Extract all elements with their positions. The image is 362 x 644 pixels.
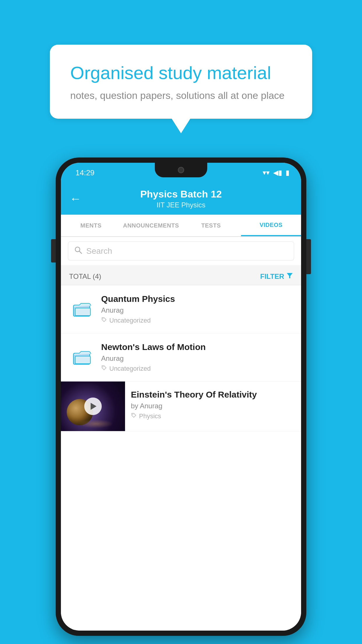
svg-point-9 xyxy=(132,414,133,415)
header-title: Physics Batch 12 xyxy=(140,188,222,200)
camera-lens xyxy=(178,167,184,173)
content-list: Quantum Physics Anurag Uncategorized xyxy=(61,285,301,631)
newton-tag: Uncategorized xyxy=(101,365,293,372)
tag-icon-einstein xyxy=(131,412,137,420)
search-placeholder: Search xyxy=(86,246,112,256)
filter-icon xyxy=(287,272,293,281)
play-triangle-icon xyxy=(91,403,96,410)
svg-rect-4 xyxy=(75,308,90,316)
item-icon-wrap-quantum xyxy=(69,300,95,318)
list-item-quantum[interactable]: Quantum Physics Anurag Uncategorized xyxy=(61,285,301,333)
hero-subtitle: notes, question papers, solutions all at… xyxy=(70,90,292,101)
wifi-icon: ▾▾ xyxy=(263,169,270,177)
hero-title: Organised study material xyxy=(70,62,292,84)
search-container: Search xyxy=(61,237,301,265)
newton-title: Newton's Laws of Motion xyxy=(101,342,293,352)
battery-icon: ▮ xyxy=(286,169,289,177)
filter-bar: TOTAL (4) FILTER xyxy=(61,268,301,285)
svg-marker-2 xyxy=(287,273,293,278)
thumb-glow xyxy=(78,419,113,428)
signal-icon: ◀▮ xyxy=(273,169,282,177)
speech-bubble: Organised study material notes, question… xyxy=(50,45,312,118)
einstein-thumbnail xyxy=(61,382,125,431)
tab-videos[interactable]: VIDEOS xyxy=(241,215,301,236)
folder-icon-newton xyxy=(73,349,92,366)
play-button[interactable] xyxy=(84,398,102,415)
einstein-title: Einstein's Theory Of Relativity xyxy=(131,390,295,400)
phone-mockup: 14:29 ▾▾ ◀▮ ▮ ← Physics Batch 12 IIT JEE… xyxy=(56,158,306,636)
search-icon xyxy=(74,246,82,256)
item-info-quantum: Quantum Physics Anurag Uncategorized xyxy=(95,294,293,324)
phone-screen: 14:29 ▾▾ ◀▮ ▮ ← Physics Batch 12 IIT JEE… xyxy=(61,163,301,631)
filter-label: FILTER xyxy=(260,272,284,281)
einstein-author: by Anurag xyxy=(131,402,295,410)
tab-tests[interactable]: TESTS xyxy=(181,215,241,236)
einstein-tag: Physics xyxy=(131,412,295,420)
tab-ments[interactable]: MENTS xyxy=(61,215,121,236)
svg-point-8 xyxy=(103,366,103,367)
phone-frame: 14:29 ▾▾ ◀▮ ▮ ← Physics Batch 12 IIT JEE… xyxy=(56,158,306,636)
quantum-author: Anurag xyxy=(101,306,293,314)
header-subtitle: IIT JEE Physics xyxy=(157,201,205,209)
svg-point-5 xyxy=(103,318,103,319)
quantum-tag: Uncategorized xyxy=(101,317,293,324)
quantum-title: Quantum Physics xyxy=(101,294,293,304)
newton-author: Anurag xyxy=(101,354,293,363)
folder-icon-quantum xyxy=(73,300,92,318)
back-button[interactable]: ← xyxy=(70,192,81,205)
tag-icon-newton xyxy=(101,365,107,372)
svg-rect-7 xyxy=(75,356,90,364)
item-info-einstein: Einstein's Theory Of Relativity by Anura… xyxy=(125,382,301,428)
svg-line-1 xyxy=(79,251,82,253)
hero-section: Organised study material notes, question… xyxy=(0,0,362,163)
status-icons: ▾▾ ◀▮ ▮ xyxy=(263,169,289,177)
filter-button[interactable]: FILTER xyxy=(260,272,293,281)
item-info-newton: Newton's Laws of Motion Anurag Uncategor… xyxy=(95,342,293,372)
list-item-einstein[interactable]: Einstein's Theory Of Relativity by Anura… xyxy=(61,382,301,431)
tag-icon-quantum xyxy=(101,317,107,324)
tab-bar: MENTS ANNOUNCEMENTS TESTS VIDEOS xyxy=(61,215,301,237)
phone-notch xyxy=(155,163,207,177)
total-count: TOTAL (4) xyxy=(69,272,101,281)
status-time: 14:29 xyxy=(73,168,94,177)
app-header: ← Physics Batch 12 IIT JEE Physics xyxy=(61,183,301,215)
search-bar[interactable]: Search xyxy=(68,242,294,260)
item-icon-wrap-newton xyxy=(69,349,95,366)
list-item-newton[interactable]: Newton's Laws of Motion Anurag Uncategor… xyxy=(61,333,301,382)
tab-announcements[interactable]: ANNOUNCEMENTS xyxy=(121,215,181,236)
